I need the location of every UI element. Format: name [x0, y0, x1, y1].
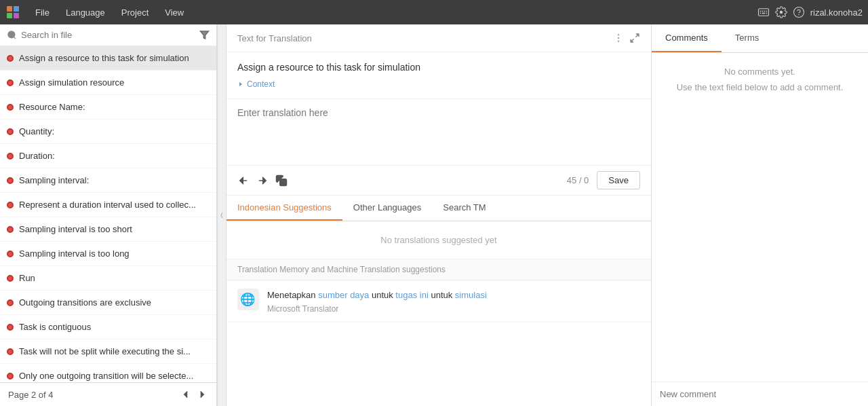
sidebar-item[interactable]: Assign simulation resource: [0, 71, 216, 95]
sidebar-item[interactable]: Resource Name:: [0, 95, 216, 119]
tm-highlight-3: ini: [420, 290, 429, 300]
search-bar: [0, 24, 216, 46]
tab-terms[interactable]: Terms: [722, 24, 772, 52]
sidebar-item[interactable]: Outgoing transitions are exclusive: [0, 291, 216, 315]
sidebar-item-label: Run: [19, 273, 35, 283]
sidebar-item[interactable]: Quantity:: [0, 119, 216, 144]
sidebar-item[interactable]: Sampling interval:: [0, 168, 216, 193]
svg-rect-10: [762, 13, 765, 14]
prev-page-button[interactable]: [180, 388, 192, 401]
svg-rect-1: [14, 6, 19, 12]
sidebar-item-label: Sampling interval is too long: [19, 248, 130, 259]
tm-section-header: Translation Memory and Machine Translati…: [226, 259, 651, 280]
help-icon[interactable]: [793, 6, 805, 18]
translation-input[interactable]: [237, 107, 640, 155]
sidebar-item[interactable]: Run: [0, 266, 216, 291]
tm-suggestion-item[interactable]: 🌐 Menetapkan sumber daya untuk tugas ini…: [226, 280, 651, 322]
tab-comments[interactable]: Comments: [652, 24, 722, 52]
tm-highlight-4: simulasi: [455, 290, 487, 300]
context-label: Context: [247, 79, 275, 89]
svg-rect-4: [758, 9, 768, 16]
sidebar-item-label: Assign simulation resource: [19, 77, 124, 88]
filter-icon[interactable]: [199, 30, 210, 40]
sidebar-item-label: Assign a resource to this task for simul…: [19, 53, 189, 63]
svg-rect-5: [760, 11, 761, 12]
svg-point-12: [793, 7, 804, 18]
right-panel: Comments Terms No comments yet. Use the …: [651, 24, 868, 406]
sidebar-item[interactable]: Task is contiguous: [0, 315, 216, 339]
sidebar-item[interactable]: Sampling interval is too short: [0, 217, 216, 242]
source-text: Assign a resource to this task for simul…: [237, 62, 640, 73]
save-button[interactable]: Save: [597, 171, 640, 189]
prev-segment-button[interactable]: [237, 174, 250, 187]
copy-source-button[interactable]: [275, 174, 288, 187]
source-text-section: Assign a resource to this task for simul…: [226, 52, 651, 99]
no-comments-section: No comments yet. Use the text field belo…: [663, 64, 857, 96]
next-segment-button[interactable]: [256, 174, 269, 187]
svg-point-13: [798, 14, 800, 16]
sidebar: Assign a resource to this task for simul…: [0, 24, 217, 406]
status-dot: [7, 202, 14, 208]
sidebar-item[interactable]: Sampling interval is too long: [0, 242, 216, 266]
suggestions-tab-1[interactable]: Other Languages: [342, 196, 432, 221]
sidebar-item[interactable]: Task will not be split while executing t…: [0, 339, 216, 364]
status-dot: [7, 324, 14, 331]
status-dot: [7, 128, 14, 135]
settings-icon[interactable]: [775, 6, 787, 18]
sidebar-item-label: Outgoing transitions are exclusive: [19, 297, 151, 308]
status-dot: [7, 251, 14, 257]
collapse-sidebar-button[interactable]: [217, 24, 226, 406]
more-options-icon[interactable]: [613, 33, 624, 43]
menu-view[interactable]: View: [158, 5, 191, 20]
suggestions-tab-2[interactable]: Search TM: [432, 196, 496, 221]
main-layout: Assign a resource to this task for simul…: [0, 24, 868, 406]
char-count: 45 / 0: [567, 175, 589, 185]
next-page-button[interactable]: [196, 388, 208, 401]
svg-point-14: [8, 31, 15, 38]
translation-count-area: 45 / 0 Save: [567, 171, 640, 189]
svg-point-15: [618, 34, 619, 35]
sidebar-item[interactable]: Duration:: [0, 144, 216, 168]
translation-navigation: [237, 174, 288, 187]
suggestions-tabs: Indonesian SuggestionsOther LanguagesSea…: [226, 196, 651, 221]
status-dot: [7, 153, 14, 160]
svg-rect-6: [762, 11, 763, 12]
suggestions-content: No translations suggested yet Translatio…: [226, 221, 651, 406]
app-logo: [5, 5, 20, 20]
sidebar-footer: Page 2 of 4: [0, 382, 216, 406]
right-panel-tabs: Comments Terms: [652, 24, 868, 53]
status-dot: [7, 348, 14, 355]
sidebar-item[interactable]: Assign a resource to this task for simul…: [0, 46, 216, 71]
center-header: Text for Translation: [226, 24, 651, 52]
svg-rect-3: [14, 13, 19, 18]
tm-provider: Microsoft Translator: [267, 304, 640, 314]
sidebar-list: Assign a resource to this task for simul…: [0, 46, 216, 382]
sidebar-item[interactable]: Only one outgoing transition will be sel…: [0, 364, 216, 382]
suggestions-tab-0[interactable]: Indonesian Suggestions: [226, 196, 342, 221]
svg-rect-8: [766, 11, 767, 12]
menu-file[interactable]: File: [28, 5, 56, 20]
svg-rect-18: [280, 179, 287, 185]
tm-highlight-2: tugas: [395, 290, 417, 300]
right-panel-footer: [652, 382, 868, 406]
sidebar-item-label: Only one outgoing transition will be sel…: [19, 371, 193, 381]
center-header-title: Text for Translation: [237, 33, 312, 43]
svg-text:🌐: 🌐: [240, 292, 256, 307]
menu-project[interactable]: Project: [115, 5, 155, 20]
new-comment-input[interactable]: [660, 389, 860, 399]
status-dot: [7, 104, 14, 111]
status-dot: [7, 226, 14, 233]
tm-item-content: Menetapkan sumber daya untuk tugas ini u…: [267, 289, 640, 314]
sidebar-item[interactable]: Represent a duration interval used to co…: [0, 193, 216, 217]
menu-language[interactable]: Language: [59, 5, 112, 20]
tm-icon: 🌐: [237, 289, 259, 310]
sidebar-item-label: Sampling interval is too short: [19, 224, 132, 234]
expand-icon[interactable]: [629, 33, 640, 43]
keyboard-icon[interactable]: [757, 6, 770, 18]
search-input[interactable]: [21, 30, 195, 40]
center-header-actions: [613, 33, 640, 43]
menubar: File Language Project View rizal.konoha2: [0, 0, 868, 24]
center-panel: Text for Translation Assign a resource t…: [226, 24, 651, 406]
page-label: Page 2 of 4: [8, 390, 54, 400]
context-toggle[interactable]: Context: [237, 79, 640, 89]
